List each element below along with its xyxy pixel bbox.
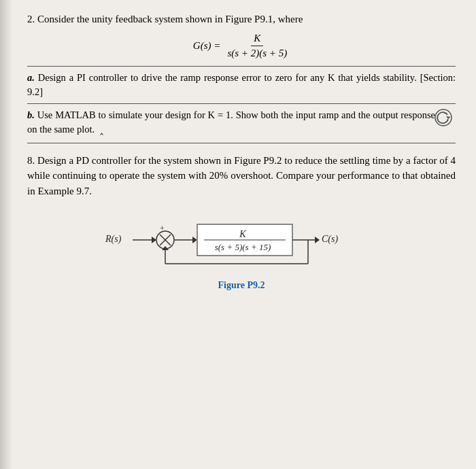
block-diagram-svg: R(s) + K s(s + xyxy=(99,209,384,277)
part-b-label: b. xyxy=(27,109,35,120)
part-a-text: a. Design a PI controller to drive the r… xyxy=(27,71,456,99)
part-b-section: b. Use MATLAB to simulate your design fo… xyxy=(27,103,456,143)
part-a-content: Design a PI controller to drive the ramp… xyxy=(27,72,456,97)
part-b-text: b. Use MATLAB to simulate your design fo… xyxy=(27,108,456,137)
part-b-content: Use MATLAB to simulate your design for K… xyxy=(27,109,435,135)
tf-box-denominator: s(s + 5)(s + 15) xyxy=(215,242,271,252)
problem-8: 8. Design a PD controller for the system… xyxy=(27,153,456,292)
transfer-function-display: G(s) = K s(s + 2)(s + 5) xyxy=(27,33,456,59)
problem-8-content: Design a PD controller for the system sh… xyxy=(27,155,456,196)
tf-denominator: s(s + 2)(s + 5) xyxy=(224,46,290,59)
problem-2-number: 2. xyxy=(27,14,35,24)
tf-box-numerator: K xyxy=(239,229,246,239)
svg-marker-3 xyxy=(152,237,156,243)
problem-8-text: 8. Design a PD controller for the system… xyxy=(27,153,456,199)
svg-marker-1 xyxy=(446,116,451,119)
problem-2-header: 2. Consider the unity feedback system sh… xyxy=(27,12,456,27)
input-label: R(s) xyxy=(105,234,122,245)
figure-p9-2-container: R(s) + K s(s + xyxy=(27,209,456,291)
svg-marker-7 xyxy=(192,237,197,243)
tf-numerator: K xyxy=(251,33,263,46)
problem-8-number: 8. xyxy=(27,155,35,166)
text-cursor: ‸ xyxy=(100,122,103,137)
problem-2: 2. Consider the unity feedback system sh… xyxy=(27,12,456,143)
tf-lhs-label: G(s) = xyxy=(193,40,221,52)
circular-arrow-icon xyxy=(434,108,453,127)
part-a-label: a. xyxy=(27,72,35,83)
part-a-section: a. Design a PI controller to drive the r… xyxy=(27,66,456,103)
figure-p9-2-caption: Figure P9.2 xyxy=(218,280,265,291)
problem-2-header-text: Consider the unity feedback system shown… xyxy=(37,14,303,24)
tf-fraction: K s(s + 2)(s + 5) xyxy=(224,33,290,59)
svg-marker-10 xyxy=(315,237,320,243)
output-label: C(s) xyxy=(322,234,338,245)
